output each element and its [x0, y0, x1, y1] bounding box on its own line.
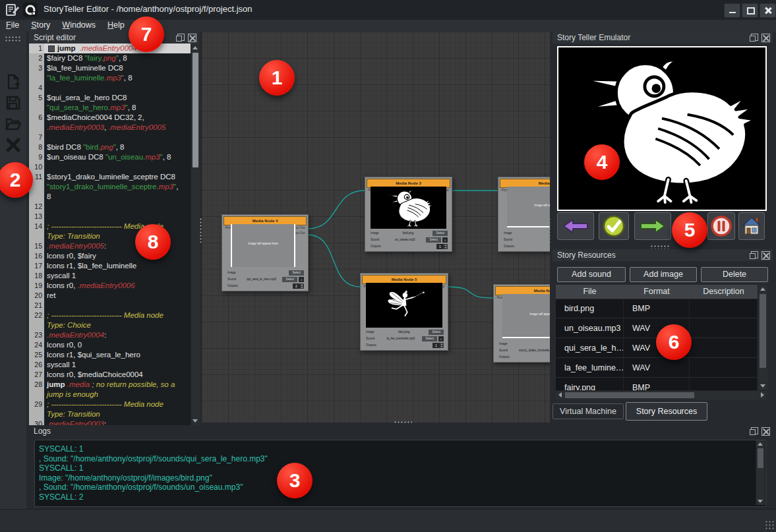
node-graph-canvas[interactable]: Media Node 4◦ Port InPort Out ◦Port Out …	[202, 32, 550, 423]
media-node[interactable]: Media Node 3◦ Port InPort Out ◦Imagebird…	[365, 177, 452, 252]
next-button[interactable]	[634, 212, 671, 240]
splitter-bottom[interactable]	[394, 421, 412, 425]
media-node[interactable]: Media Node 4◦ Port InPort Out ◦Port Out …	[222, 214, 309, 291]
line-number	[29, 409, 44, 419]
logs-output: SYSCALL: 1, Sound: "/home/anthony/ostpro…	[34, 440, 766, 507]
tab-virtual-machine[interactable]: Virtual Machine	[552, 403, 624, 419]
resources-vscrollbar[interactable]	[758, 285, 767, 390]
add-image-button[interactable]: Add image	[630, 267, 697, 282]
emulator-drag-handle[interactable]	[650, 245, 670, 249]
media-node[interactable]: Media Node 2◦ Port InImage will appear h…	[498, 177, 550, 252]
table-cell[interactable]	[690, 338, 758, 358]
column-header-format[interactable]: Format	[624, 285, 690, 299]
play-sound-icon[interactable]: ♪	[442, 237, 448, 243]
float-icon[interactable]	[177, 34, 185, 41]
editor-row: 27lcons r0, $mediaChoice0004	[29, 370, 191, 380]
line-number: 10	[29, 162, 44, 172]
table-cell[interactable]	[690, 358, 758, 378]
select-sound-button[interactable]: Select	[422, 336, 437, 341]
add-sound-button[interactable]: Add sound	[557, 267, 626, 282]
table-cell[interactable]: un_oiseau.mp3	[556, 318, 624, 338]
menu-story[interactable]: Story	[25, 20, 56, 31]
table-cell[interactable]: qui_sera_le_h…	[556, 338, 624, 358]
table-cell[interactable]: BMP	[624, 378, 690, 390]
select-image-button[interactable]: Select	[429, 330, 444, 335]
delete-button[interactable]: Delete	[701, 267, 768, 282]
maximize-button[interactable]	[742, 3, 758, 18]
close-icon[interactable]	[761, 34, 770, 42]
select-image-button[interactable]: Select	[433, 231, 448, 236]
column-header-file[interactable]: File	[556, 285, 624, 299]
media-node[interactable]: Media Node 6◦ Port InImage will appear h…	[493, 284, 550, 363]
port-out[interactable]: Port Out ◦	[293, 231, 307, 235]
select-image-button[interactable]: Select	[289, 270, 304, 276]
title-bar[interactable]: StoryTeller Editor - /home/anthony/ostpr…	[0, 0, 776, 20]
line-number: 29	[29, 399, 44, 409]
table-cell[interactable]: bird.png	[556, 299, 624, 318]
splitter-left[interactable]	[199, 218, 202, 243]
menu-help[interactable]: Help	[102, 20, 131, 31]
code-line: $story1_drako_luminelle_sceptre DC8	[44, 172, 191, 182]
editor-row: jump is enough	[29, 390, 191, 399]
play-sound-icon[interactable]: ♪	[299, 277, 304, 282]
resize-grip[interactable]	[765, 520, 774, 529]
float-icon[interactable]	[751, 34, 758, 41]
port-out[interactable]: Port Out ◦	[293, 226, 307, 229]
menu-windows[interactable]: Windows	[56, 20, 102, 31]
code-line: .mediaEntry0004:	[44, 330, 191, 340]
close-icon[interactable]	[761, 427, 770, 436]
code-line: ; ---------------------------- Media nod…	[44, 399, 191, 409]
table-cell[interactable]	[690, 378, 758, 390]
table-cell[interactable]: WAV	[624, 358, 690, 378]
table-cell[interactable]: fairy.png	[556, 378, 624, 390]
open-folder-icon[interactable]	[5, 116, 21, 132]
ok-button[interactable]	[599, 212, 629, 240]
code-line	[44, 202, 191, 212]
back-button[interactable]	[557, 212, 594, 240]
tab-story-resources[interactable]: Story Resources	[626, 402, 707, 421]
log-line: SYSCALL: 1	[35, 463, 765, 473]
table-cell[interactable]	[690, 318, 758, 338]
line-number: 26	[29, 360, 44, 370]
splitter-right[interactable]	[548, 218, 551, 243]
toolbar-drag-handle[interactable]	[5, 36, 22, 42]
annotation-circle-4: 4	[584, 144, 620, 180]
table-cell[interactable]: la_fee_lumine…	[556, 358, 624, 378]
resources-hscrollbar[interactable]	[556, 390, 767, 399]
column-header-description[interactable]: Description	[690, 285, 758, 299]
code-line: syscall 1	[44, 360, 191, 370]
editor-row: 30.mediaEntry0003:	[29, 419, 191, 425]
code-line: ; ---------------------------- Media nod…	[44, 222, 191, 231]
sound-value: qui_sera_le_hero.mp3	[242, 278, 281, 281]
close-button[interactable]	[760, 3, 776, 18]
delete-icon[interactable]	[5, 137, 21, 153]
new-file-icon[interactable]	[5, 74, 21, 90]
play-sound-icon[interactable]: ♪	[438, 336, 444, 341]
outputs-stepper[interactable]	[300, 283, 304, 289]
sound-label: Sound	[499, 349, 514, 352]
select-sound-button[interactable]: Select	[282, 277, 297, 282]
menu-file[interactable]: File	[0, 20, 25, 31]
table-cell[interactable]: BMP	[624, 299, 690, 318]
close-icon[interactable]	[188, 34, 196, 42]
close-icon[interactable]	[761, 251, 770, 260]
pause-button[interactable]	[707, 212, 735, 240]
editor-row: 2$fairy DC8 "fairy.png", 8	[29, 53, 191, 63]
float-icon[interactable]	[751, 427, 758, 434]
editor-row: 7	[29, 133, 191, 142]
logs-scrollbar[interactable]	[756, 440, 765, 505]
save-icon[interactable]	[5, 95, 21, 111]
code-line: ; ---------------------------- Media nod…	[44, 310, 191, 320]
select-sound-button[interactable]: Select	[426, 237, 441, 243]
script-editor-scrollbar[interactable]	[191, 44, 200, 425]
outputs-stepper[interactable]	[440, 343, 444, 348]
outputs-stepper[interactable]	[444, 244, 448, 249]
code-line: "la_fee_luminelle.mp3", 8	[44, 73, 191, 83]
table-cell[interactable]	[690, 299, 758, 318]
code-line: $un_oiseau DC8 "un_oiseau.mp3", 8	[44, 152, 191, 162]
home-button[interactable]	[738, 212, 765, 240]
float-icon[interactable]	[751, 251, 758, 258]
media-frame	[294, 224, 295, 267]
minimize-button[interactable]	[724, 3, 740, 18]
media-node[interactable]: Media Node 5◦ Port InPort Out ◦Imagefair…	[360, 273, 448, 351]
